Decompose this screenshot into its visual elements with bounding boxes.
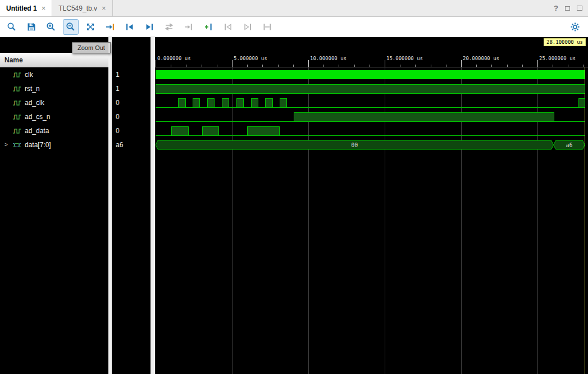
major-tick xyxy=(385,60,385,67)
save-icon xyxy=(26,22,37,32)
minor-tick xyxy=(354,65,355,67)
signal-row-rst_n[interactable]: rst_n xyxy=(0,81,108,95)
time-tick-label: 20.000000 us xyxy=(463,56,499,61)
zoom-in-button[interactable] xyxy=(44,20,58,34)
signal-row-clk[interactable]: clk xyxy=(0,67,108,81)
minor-tick xyxy=(491,65,492,67)
signal-values-panel: Value 11000a6 xyxy=(112,37,151,374)
zoom-fit-button[interactable] xyxy=(83,20,98,34)
minor-tick xyxy=(476,65,477,67)
close-icon[interactable]: × xyxy=(102,4,106,12)
next-marker-button[interactable] xyxy=(240,20,255,34)
minor-tick xyxy=(584,65,584,67)
time-tick-label: 10.000000 us xyxy=(310,56,347,61)
float-window-icon[interactable] xyxy=(565,6,570,11)
wave-toolbar xyxy=(0,17,588,37)
help-icon[interactable]: ? xyxy=(554,4,558,12)
next-marker-icon xyxy=(243,22,253,32)
signal-name-label: ad_clk xyxy=(25,99,44,107)
major-tick xyxy=(308,60,309,67)
zoom-out-icon xyxy=(66,22,76,32)
signal-value-ad_cs_n: 0 xyxy=(112,110,151,124)
minor-tick xyxy=(431,65,431,67)
scalar-signal-icon xyxy=(12,99,21,106)
close-icon[interactable]: × xyxy=(42,4,46,12)
bus-signal-icon xyxy=(12,142,21,148)
time-tick-label: 5.000000 us xyxy=(234,56,267,61)
go-to-time-button[interactable] xyxy=(103,20,117,34)
fit-markers-icon xyxy=(262,22,272,32)
signal-row-data70[interactable]: >data[7:0] xyxy=(0,138,108,152)
time-tick-label: 25.000000 us xyxy=(539,56,576,61)
tab-tlc549-tb-label: TLC549_tb.v xyxy=(58,4,97,12)
search-icon xyxy=(7,22,17,32)
save-button[interactable] xyxy=(24,20,39,34)
time-tick-label: 0.000000 us xyxy=(157,56,191,61)
time-tick-label: 15.000000 us xyxy=(386,56,423,61)
signal-value-clk: 1 xyxy=(112,67,151,81)
minor-tick xyxy=(262,65,263,67)
name-header-label: Name xyxy=(4,56,23,64)
minor-tick xyxy=(278,65,279,67)
minor-tick xyxy=(293,65,294,67)
fit-markers-button[interactable] xyxy=(260,20,275,34)
minor-tick xyxy=(568,65,568,67)
name-column-header: Name xyxy=(0,53,108,67)
previous-transition-button[interactable] xyxy=(122,20,137,34)
next-transition-button[interactable] xyxy=(142,20,157,34)
tab-tlc549-tb[interactable]: TLC549_tb.v × xyxy=(52,0,112,16)
wave-window-body: Name clkrst_nad_clkad_cs_nad_data>data[7… xyxy=(0,37,588,374)
next-transition-icon xyxy=(144,22,154,32)
minor-tick xyxy=(323,65,324,67)
signal-row-ad_cs_n[interactable]: ad_cs_n xyxy=(0,110,108,124)
maximize-window-icon[interactable] xyxy=(577,6,582,11)
previous-transition-icon xyxy=(125,22,135,32)
minor-tick xyxy=(186,65,186,67)
zoom-out-button[interactable] xyxy=(63,20,78,34)
minor-tick xyxy=(171,65,171,67)
minor-tick xyxy=(339,65,339,67)
previous-marker-button[interactable] xyxy=(221,20,235,34)
major-tick xyxy=(537,60,538,67)
add-marker-icon xyxy=(203,22,213,32)
snap-to-transition-icon xyxy=(184,22,194,32)
swap-cursors-icon xyxy=(164,22,174,32)
expand-chevron-icon[interactable]: > xyxy=(4,142,12,148)
time-ruler[interactable]: 0.000000 us5.000000 us10.000000 us15.000… xyxy=(155,52,588,67)
cursor-time-readout: 28.100000 us xyxy=(544,38,586,46)
minor-tick xyxy=(553,65,553,67)
minor-tick xyxy=(247,65,248,67)
panel-wave-splitter[interactable] xyxy=(151,37,155,374)
signal-name-label: ad_data xyxy=(25,127,49,135)
minor-tick xyxy=(522,65,523,67)
window-controls: ? xyxy=(554,0,588,16)
zoom-fit-icon xyxy=(85,22,95,32)
search-button[interactable] xyxy=(4,20,19,34)
swap-cursors-button[interactable] xyxy=(162,20,176,34)
gear-icon xyxy=(570,22,580,32)
major-tick xyxy=(232,60,233,67)
simulation-window: Untitled 1 × TLC549_tb.v × ? xyxy=(0,0,588,374)
signal-value-rst_n: 1 xyxy=(112,81,151,95)
settings-button[interactable] xyxy=(568,20,582,34)
tab-untitled-1[interactable]: Untitled 1 × xyxy=(0,0,52,16)
signal-name-label: ad_cs_n xyxy=(25,113,50,121)
signal-name-label: data[7:0] xyxy=(25,141,51,149)
signal-row-ad_data[interactable]: ad_data xyxy=(0,124,108,138)
minor-tick xyxy=(415,65,416,67)
zoom-in-icon xyxy=(46,22,56,32)
scalar-signal-icon xyxy=(12,85,21,92)
signal-row-ad_clk[interactable]: ad_clk xyxy=(0,95,108,110)
minor-tick xyxy=(507,65,508,67)
snap-to-transition-button[interactable] xyxy=(181,20,196,34)
major-tick xyxy=(461,60,462,67)
waveform-area: 28.100000 us 0.000000 us5.000000 us10.00… xyxy=(155,37,588,374)
signal-value-ad_data: 0 xyxy=(112,124,151,138)
svg-text:a6: a6 xyxy=(566,142,572,148)
tab-bar: Untitled 1 × TLC549_tb.v × ? xyxy=(0,0,588,17)
waveform-canvas[interactable]: 00a6 xyxy=(155,67,588,374)
svg-text:00: 00 xyxy=(351,142,358,148)
add-marker-button[interactable] xyxy=(201,20,216,34)
minor-tick xyxy=(446,65,446,67)
zoom-out-tooltip: Zoom Out xyxy=(72,42,111,53)
